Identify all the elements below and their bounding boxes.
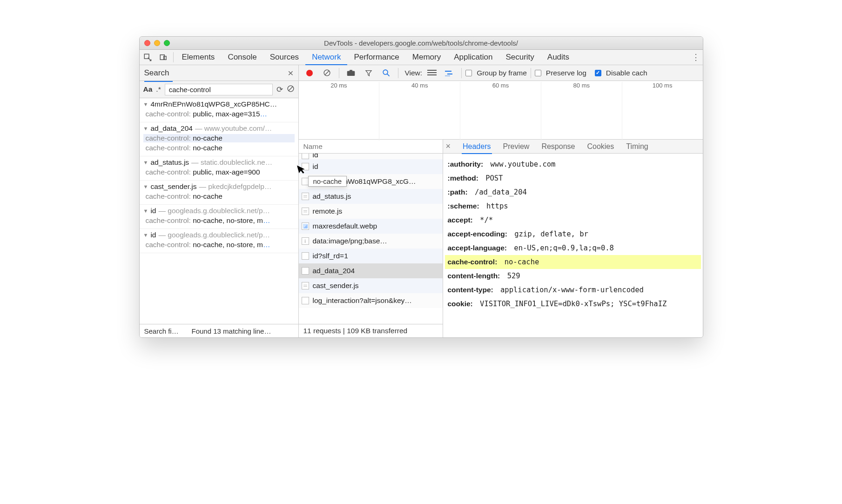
group-by-frame-label: Group by frame — [477, 69, 527, 77]
header-row[interactable]: accept-encoding: gzip, deflate, br — [445, 227, 701, 241]
filter-icon[interactable] — [361, 65, 377, 81]
regex-toggle[interactable]: .* — [156, 85, 161, 94]
search-result-group[interactable]: ▼id — googleads.g.doubleclick.net/p… — [143, 207, 295, 215]
file-icon — [302, 154, 309, 159]
search-result-line[interactable]: cache-control: no-cache — [143, 192, 295, 201]
zoom-window-button[interactable] — [164, 40, 170, 46]
details-tab-preview[interactable]: Preview — [503, 142, 530, 151]
timeline-tick: 20 ms — [330, 82, 347, 89]
request-row[interactable]: cast_sender.js — [299, 278, 443, 293]
disable-cache-checkbox[interactable] — [595, 70, 601, 76]
header-row[interactable]: :path: /ad_data_204 — [445, 185, 701, 199]
search-result-line[interactable]: cache-control: no-cache, no-store, m… — [143, 216, 295, 225]
case-sensitive-toggle[interactable]: Aa — [143, 85, 153, 94]
request-row[interactable]: id — [299, 154, 443, 159]
search-tab-label[interactable]: Search — [144, 68, 169, 78]
request-row[interactable]: data:image/png;base… — [299, 234, 443, 249]
header-row[interactable]: cookie: VISITOR_INFO1_LIVE=dDk0-xTswPs; … — [445, 297, 701, 311]
waterfall-timeline[interactable]: 20 ms40 ms60 ms80 ms100 ms — [299, 81, 703, 140]
request-row[interactable]: log_interaction?alt=json&key… — [299, 293, 443, 308]
svg-point-9 — [383, 70, 388, 74]
header-row[interactable]: :method: POST — [445, 171, 701, 185]
request-row[interactable]: id?slf_rd=1 — [299, 249, 443, 263]
search-result-line[interactable]: cache-control: public, max-age=900 — [143, 168, 295, 176]
tab-elements[interactable]: Elements — [175, 50, 222, 65]
clear-button[interactable] — [319, 65, 335, 81]
preserve-log-checkbox[interactable] — [535, 70, 541, 76]
request-row[interactable]: remote.js — [299, 204, 443, 219]
details-tab-headers[interactable]: Headers — [463, 142, 491, 151]
tab-audits[interactable]: Audits — [541, 50, 576, 65]
request-row[interactable]: ad_status.js — [299, 189, 443, 204]
devtools-tabs: ElementsConsoleSourcesNetworkPerformance… — [140, 50, 703, 65]
select-element-icon[interactable] — [140, 50, 155, 65]
header-row[interactable]: content-type: application/x-www-form-url… — [445, 283, 701, 297]
details-tab-response[interactable]: Response — [541, 142, 575, 151]
header-row[interactable]: cache-control: no-cache — [445, 255, 701, 269]
close-icon[interactable]: × — [288, 67, 293, 79]
search-icon[interactable] — [378, 65, 394, 81]
timeline-tick: 80 ms — [573, 82, 590, 89]
tooltip: no-cache — [308, 176, 347, 187]
tab-network[interactable]: Network — [305, 50, 347, 65]
network-toolbar: View: Group by frame Preserve log Disabl… — [299, 65, 703, 81]
close-details-icon[interactable]: × — [446, 141, 451, 151]
header-row[interactable]: :scheme: https — [445, 199, 701, 213]
details-tab-cookies[interactable]: Cookies — [587, 142, 614, 151]
header-row[interactable]: :authority: www.youtube.com — [445, 157, 701, 171]
search-result-group[interactable]: ▼ad_status.js — static.doubleclick.ne… — [143, 158, 295, 167]
header-row[interactable]: accept-language: en-US,en;q=0.9,la;q=0.8 — [445, 241, 701, 255]
screenshots-icon[interactable] — [343, 65, 359, 81]
header-row[interactable]: content-length: 529 — [445, 269, 701, 283]
tab-sources[interactable]: Sources — [263, 50, 305, 65]
close-window-button[interactable] — [144, 40, 150, 46]
header-row[interactable]: accept: */* — [445, 213, 701, 227]
file-icon — [302, 282, 309, 289]
record-button[interactable] — [302, 65, 317, 81]
request-name: id?slf_rd=1 — [313, 252, 348, 260]
timeline-tick: 100 ms — [653, 82, 673, 89]
search-result-line[interactable]: cache-control: no-cache — [143, 134, 295, 142]
search-input[interactable] — [165, 84, 273, 95]
tab-application[interactable]: Application — [447, 50, 499, 65]
preserve-log-label: Preserve log — [546, 69, 586, 77]
details-tab-timing[interactable]: Timing — [626, 142, 648, 151]
tab-security[interactable]: Security — [499, 50, 540, 65]
svg-line-4 — [289, 87, 293, 91]
search-result-group[interactable]: ▼id — googleads.g.doubleclick.net/p… — [143, 231, 295, 239]
request-row[interactable]: maxresdefault.webp — [299, 219, 443, 234]
svg-rect-7 — [347, 71, 355, 76]
tab-performance[interactable]: Performance — [347, 50, 405, 65]
request-name: id — [313, 154, 318, 159]
request-name: cast_sender.js — [313, 282, 359, 290]
search-result-line[interactable]: cache-control: no-cache — [143, 144, 295, 152]
search-result-line[interactable]: cache-control: public, max-age=315… — [143, 110, 295, 118]
timeline-tick: 60 ms — [492, 82, 509, 89]
clear-icon[interactable] — [287, 85, 295, 94]
request-name: remote.js — [313, 207, 343, 215]
request-row[interactable]: ad_data_204 — [299, 263, 443, 278]
search-result-group[interactable]: ▼ad_data_204 — www.youtube.com/… — [143, 124, 295, 133]
view-list-icon[interactable] — [424, 65, 440, 81]
request-name: log_interaction?alt=json&key… — [313, 296, 412, 305]
timeline-tick: 40 ms — [411, 82, 428, 89]
refresh-icon[interactable]: ⟳ — [276, 85, 283, 94]
search-result-group[interactable]: ▼cast_sender.js — pkedcjkdefgpdelp… — [143, 182, 295, 191]
view-waterfall-icon[interactable] — [442, 65, 458, 81]
tab-memory[interactable]: Memory — [406, 50, 447, 65]
view-label: View: — [405, 69, 423, 77]
more-options-icon[interactable]: ⋮ — [689, 52, 703, 62]
group-by-frame-checkbox[interactable] — [465, 70, 472, 76]
search-result-group[interactable]: ▼4mrRnEPnWo81qWPG8_xcGP85HC… — [143, 100, 295, 108]
file-icon — [302, 193, 309, 200]
request-row[interactable]: id — [299, 159, 443, 174]
search-result-line[interactable]: cache-control: no-cache, no-store, m… — [143, 241, 295, 249]
request-name: maxresdefault.webp — [313, 222, 377, 230]
name-column-header[interactable]: Name — [303, 142, 323, 151]
tab-console[interactable]: Console — [221, 50, 263, 65]
minimize-window-button[interactable] — [154, 40, 160, 46]
file-icon — [302, 252, 309, 260]
search-footer-right: Found 13 matching line… — [186, 327, 294, 335]
device-toolbar-icon[interactable] — [155, 50, 171, 65]
file-icon — [302, 267, 309, 275]
